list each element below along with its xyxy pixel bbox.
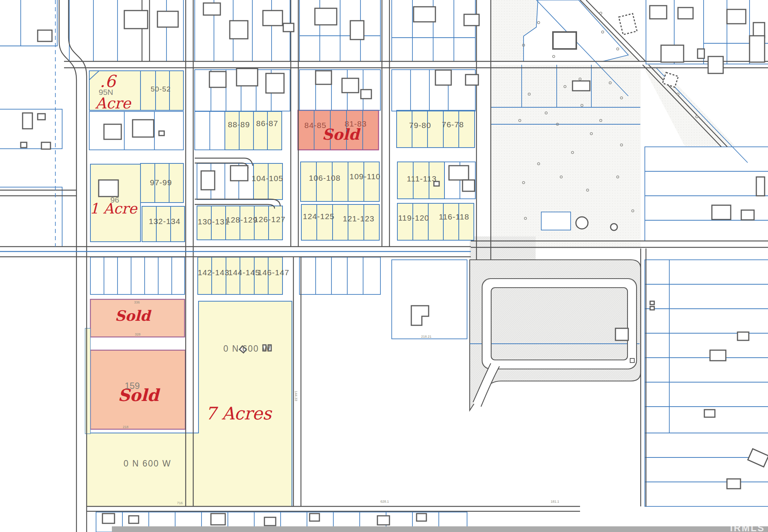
dimension-218-21: 218.21 [421, 335, 432, 338]
lot-label-121-123: 121-123 [343, 215, 374, 223]
lot-label-104-105: 104-105 [252, 174, 283, 182]
dimension-628-1: 628.1 [380, 500, 389, 503]
lot-label-128-129: 128-129 [226, 216, 258, 224]
plat-map: .6 95N Acre 50-52 88-89 86-87 84-85 81-8… [0, 0, 768, 532]
lot-label-50-52: 50-52 [151, 85, 171, 93]
lot-label-79-80: 79-80 [409, 121, 431, 129]
lot-label-130-131: 130-131 [198, 218, 229, 226]
lot-label-119-120: 119-120 [398, 214, 429, 222]
lot-label-88-89: 88-89 [228, 120, 250, 128]
lot-label-109-110: 109-110 [350, 172, 381, 180]
sold-label-bottom: Sold [118, 387, 159, 404]
acreage-label-acre: Acre [95, 96, 131, 111]
parcel-group-88-87 [225, 111, 282, 150]
lot-label-126-127: 126-127 [254, 215, 286, 223]
acreage-label-1-acre: 1 Acre [90, 201, 137, 216]
lot-label-146-147: 146-147 [258, 268, 289, 276]
lot-label-132-134: 132-134 [149, 217, 180, 225]
dimension-218: 218 [123, 425, 128, 429]
acreage-label-7-acres: 7 Acres [205, 405, 272, 422]
street-label-0n600w-upper: 0 N 600 W [223, 345, 271, 353]
dimension-328: 328 [135, 333, 140, 336]
dimension-181-1: 181.1 [551, 500, 559, 503]
dimension-144-33: 144.33 [294, 391, 298, 401]
street-label-0n600w-lower: 0 N 600 W [124, 459, 171, 468]
lot-label-76-78: 76-78 [442, 120, 464, 128]
sold-label-mid: Sold [115, 309, 150, 323]
lot-label-116-118: 116-118 [439, 213, 469, 221]
lot-label-106-108: 106-108 [309, 174, 340, 182]
lot-label-86-87: 86-87 [256, 119, 278, 127]
lot-label-144-145: 144-145 [228, 268, 260, 276]
irmls-watermark: IRMLS [730, 523, 765, 532]
acreage-label-point6: .6 [100, 73, 116, 90]
lot-label-124-125: 124-125 [303, 212, 334, 220]
dimension-716: 716 [177, 502, 183, 505]
lot-label-97-99: 97-99 [150, 178, 172, 186]
dimension-336: 336 [134, 301, 140, 304]
parcel-group-79-76 [397, 110, 475, 148]
lot-label-111-113: 111-113 [407, 175, 437, 183]
footer-bar: IRMLS [112, 526, 768, 532]
lot-label-142-143: 142-143 [198, 268, 229, 276]
sold-label-top: Sold [322, 127, 359, 142]
